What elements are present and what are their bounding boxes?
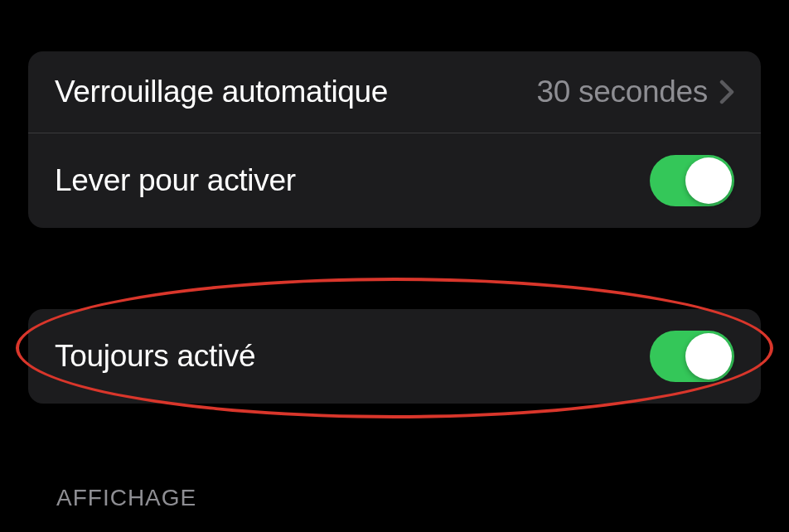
chevron-right-icon bbox=[719, 80, 734, 104]
auto-lock-value: 30 secondes bbox=[536, 75, 708, 109]
raise-to-wake-toggle[interactable] bbox=[650, 155, 734, 206]
always-on-label: Toujours activé bbox=[55, 339, 255, 374]
auto-lock-row[interactable]: Verrouillage automatique 30 secondes bbox=[28, 51, 761, 133]
raise-to-wake-label: Lever pour activer bbox=[55, 163, 296, 198]
auto-lock-value-wrap: 30 secondes bbox=[536, 75, 734, 109]
settings-group-2: Toujours activé bbox=[28, 309, 761, 404]
always-on-row: Toujours activé bbox=[28, 309, 761, 404]
section-header-affichage: AFFICHAGE bbox=[56, 485, 789, 511]
raise-to-wake-row: Lever pour activer bbox=[28, 133, 761, 228]
always-on-toggle[interactable] bbox=[650, 331, 734, 382]
toggle-knob bbox=[685, 157, 732, 204]
auto-lock-label: Verrouillage automatique bbox=[55, 75, 388, 109]
settings-group-1: Verrouillage automatique 30 secondes Lev… bbox=[28, 51, 761, 228]
toggle-knob bbox=[685, 333, 732, 380]
